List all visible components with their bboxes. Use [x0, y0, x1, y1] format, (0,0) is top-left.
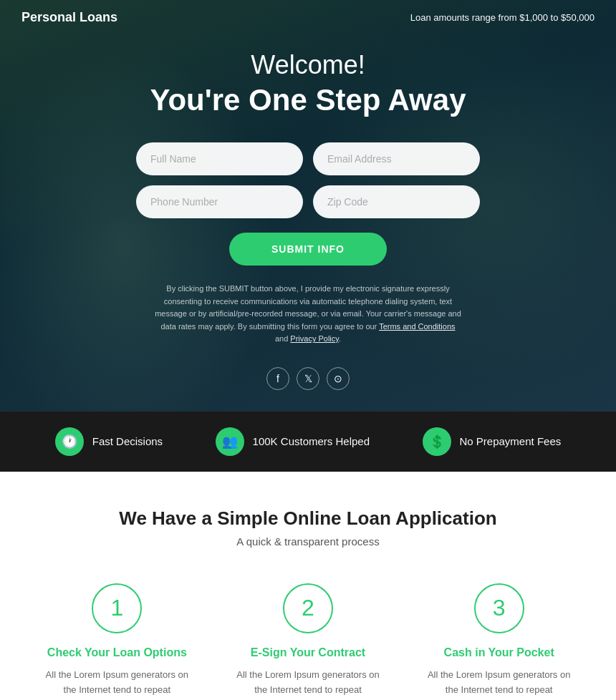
feature-label-3: No Prepayment Fees — [460, 435, 562, 447]
header-tagline: Loan amounts range from $1,000 to $50,00… — [410, 12, 595, 23]
terms-link[interactable]: Terms and Conditions — [379, 322, 455, 331]
full-name-input[interactable] — [136, 142, 303, 175]
step-1: 1 Check Your Loan Options All the Lorem … — [29, 583, 206, 700]
site-logo: Personal Loans — [21, 10, 117, 25]
feature-label-1: Fast Decisions — [92, 435, 163, 447]
facebook-icon[interactable]: f — [266, 367, 289, 390]
clock-icon: 🕐 — [55, 427, 84, 456]
hero-content: Welcome! You're One Step Away SUBMIT INF… — [0, 50, 616, 390]
users-icon: 👥 — [216, 427, 244, 456]
step-title-3: Cash in Your Pocket — [444, 646, 554, 659]
step-number-2: 2 — [283, 583, 333, 633]
social-icons: f 𝕏 ⊙ — [266, 367, 350, 390]
feature-no-fees: 💲 No Prepayment Fees — [423, 427, 562, 456]
site-header: Personal Loans Loan amounts range from $… — [0, 0, 616, 35]
hero-subtitle: You're One Step Away — [150, 83, 466, 117]
main-title: We Have a Simple Online Loan Application — [119, 507, 496, 530]
feature-fast-decisions: 🕐 Fast Decisions — [55, 427, 163, 456]
email-input[interactable] — [313, 142, 480, 175]
features-bar: 🕐 Fast Decisions 👥 100K Customers Helped… — [0, 412, 616, 472]
step-3: 3 Cash in Your Pocket All the Lorem Ipsu… — [410, 583, 587, 700]
hero-title: Welcome! — [251, 50, 365, 80]
step-title-2: E-Sign Your Contract — [251, 646, 365, 659]
step-title-1: Check Your Loan Options — [47, 646, 187, 659]
form-row-2 — [136, 185, 480, 218]
hero-section: Personal Loans Loan amounts range from $… — [0, 0, 616, 412]
step-number-3: 3 — [474, 583, 524, 633]
main-subtitle: A quick & transparent process — [236, 535, 379, 548]
dollar-icon: 💲 — [423, 427, 451, 456]
disclaimer-text: By clicking the SUBMIT button above, I p… — [154, 283, 462, 346]
lead-form: SUBMIT INFO By clicking the SUBMIT butto… — [136, 142, 480, 390]
steps-row: 1 Check Your Loan Options All the Lorem … — [29, 583, 587, 700]
submit-button[interactable]: SUBMIT INFO — [229, 233, 387, 266]
privacy-link[interactable]: Privacy Policy — [290, 334, 339, 343]
twitter-icon[interactable]: 𝕏 — [297, 367, 319, 390]
feature-customers: 👥 100K Customers Helped — [216, 427, 370, 456]
step-desc-3: All the Lorem Ipsum generators on the In… — [428, 668, 571, 700]
form-row-1 — [136, 142, 480, 175]
phone-input[interactable] — [136, 185, 303, 218]
instagram-icon[interactable]: ⊙ — [327, 367, 350, 390]
zip-input[interactable] — [313, 185, 480, 218]
step-desc-2: All the Lorem Ipsum generators on the In… — [236, 668, 380, 700]
step-2: 2 E-Sign Your Contract All the Lorem Ips… — [220, 583, 397, 700]
step-number-1: 1 — [92, 583, 142, 633]
step-desc-1: All the Lorem Ipsum generators on the In… — [45, 668, 188, 700]
feature-label-2: 100K Customers Helped — [253, 435, 370, 447]
main-content: We Have a Simple Online Loan Application… — [0, 472, 616, 700]
